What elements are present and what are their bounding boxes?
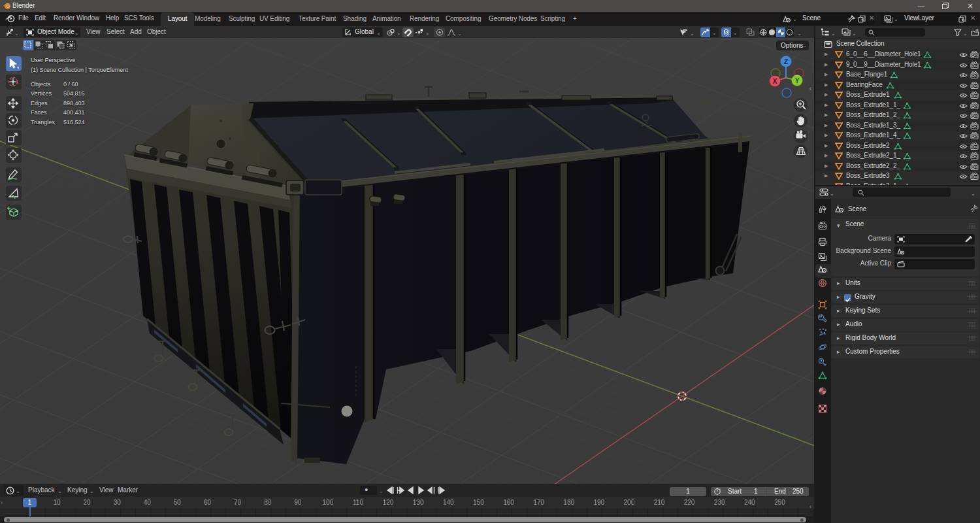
- svg-text:Y: Y: [795, 77, 800, 84]
- svg-text:Z: Z: [784, 58, 788, 65]
- svg-text:X: X: [773, 78, 777, 85]
